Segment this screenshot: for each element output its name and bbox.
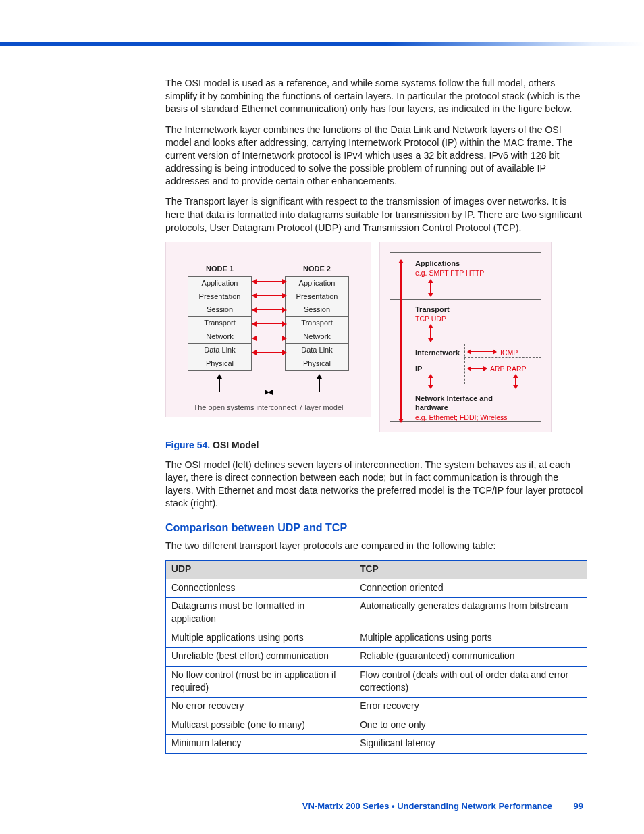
table-row: No error recoveryError recovery [166,698,587,716]
cell-tcp: Significant latency [354,735,587,754]
cell-tcp: Automatically generates datagrams from b… [354,598,587,629]
paragraph: The OSI model is used as a reference, an… [165,77,587,116]
osi-layer: Data Link [285,343,349,357]
divider [390,344,541,344]
cell-tcp: Flow control (deals with out of order da… [354,666,587,697]
divider [390,299,541,300]
osi-layer: Session [188,303,252,317]
peer-arrow-icon [252,309,286,311]
span-arrow-icon [400,260,402,422]
page-number: 99 [574,801,583,811]
body-content: The OSI model is used as a reference, an… [165,77,587,754]
peer-arrow-icon [252,338,286,339]
tcp-arp-label: ARP RARP [490,364,527,373]
table-row: Minimum latencySignificant latency [166,735,587,754]
cell-tcp: Error recovery [354,698,587,716]
peer-arrow-icon [252,281,286,282]
flow-arrow-icon [219,375,220,392]
flow-arrow-icon [319,375,320,392]
osi-layer: Transport [188,316,252,330]
node2-header: NODE 2 [285,264,349,274]
th-udp: UDP [166,561,354,579]
cell-udp: Multicast possible (one to many) [166,716,354,735]
peer-arrow-icon [252,295,286,296]
arrow-down-icon [430,280,431,296]
osi-layer: Session [285,303,349,317]
table-row: Datagrams must be formatted in applicati… [166,598,587,629]
osi-figure: NODE 1 Application Presentation Session … [165,242,371,417]
flow-arrow-icon [269,392,319,393]
divider [390,390,541,390]
table-header-row: UDP TCP [166,561,587,579]
table-row: Unreliable (best effort) communicationRe… [166,648,587,667]
osi-layer: Data Link [188,343,252,357]
cell-tcp: One to one only [354,716,587,735]
osi-layer: Physical [188,357,252,371]
peer-arrow-icon [252,323,286,325]
tcp-transport-eg: TCP UDP [415,314,446,323]
osi-layer: Physical [285,357,349,371]
cell-tcp: Connection oriented [354,579,587,598]
osi-caption: The open systems interconnect 7 layer mo… [166,402,371,413]
tcp-app-eg: e.g. SMPT FTP HTTP [415,268,484,278]
osi-layer: Network [285,330,349,344]
cell-udp: No error recovery [166,698,354,716]
table-row: No flow control (must be in application … [166,666,587,697]
cell-tcp: Reliable (guaranteed) communication [354,648,587,667]
tcp-netif-label: Network Interface and hardware [415,394,503,411]
osi-layer: Application [188,276,252,290]
osi-node1-column: NODE 1 Application Presentation Session … [188,264,252,370]
osi-node2-column: NODE 2 Application Presentation Session … [285,264,349,370]
figure-row: NODE 1 Application Presentation Session … [165,242,587,432]
cell-udp: Multiple applications using ports [166,629,354,648]
peer-arrow-icon [252,352,286,353]
node1-header: NODE 1 [188,264,252,274]
table-row: ConnectionlessConnection oriented [166,579,587,598]
figure-number: Figure 54. [165,440,210,450]
arrow-down-icon [515,375,516,388]
arrow-down-icon [430,325,431,342]
section-heading: Comparison between UDP and TCP [165,521,587,536]
paragraph: The Transport layer is significant with … [165,195,587,234]
arrow-down-icon [430,375,431,388]
tcp-netif-eg: e.g. Ethernet; FDDI; Wireless [415,413,508,422]
footer-text: VN-Matrix 200 Series • Understanding Net… [302,801,552,811]
arrow-right-icon [468,351,496,353]
paragraph: The Internetwork layer combines the func… [165,124,587,188]
tcp-transport-label: Transport [415,305,450,315]
tcp-ip-label: IP [415,364,422,374]
table-row: Multiple applications using portsMultipl… [166,629,587,648]
page: The OSI model is used as a reference, an… [0,0,644,834]
osi-layer: Transport [285,316,349,330]
tcp-icmp-label: ICMP [500,348,518,357]
arrow-right-icon [468,368,487,369]
tcpip-figure: Applications e.g. SMPT FTP HTTP Transpor… [379,242,552,432]
paragraph: The OSI model (left) defines seven layer… [165,459,587,511]
osi-layer: Presentation [188,290,252,304]
cell-udp: Minimum latency [166,735,354,754]
cell-tcp: Multiple applications using ports [354,629,587,648]
osi-layer: Application [285,276,349,290]
cell-udp: Connectionless [166,579,354,598]
figure-title: OSI Model [213,440,259,450]
osi-layer: Presentation [285,290,349,304]
flow-arrow-icon [219,392,269,393]
tcp-inet-label: Internetwork [415,348,460,358]
paragraph: The two different transport layer protoc… [165,540,587,552]
table-row: Multicast possible (one to many)One to o… [166,716,587,735]
dashed-divider [464,344,465,384]
th-tcp: TCP [354,561,587,579]
cell-udp: Datagrams must be formatted in applicati… [166,598,354,629]
osi-layer: Network [188,330,252,344]
header-rule [0,42,644,46]
page-footer: VN-Matrix 200 Series • Understanding Net… [0,801,583,811]
cell-udp: No flow control (must be in application … [166,666,354,697]
comparison-table: UDP TCP ConnectionlessConnection oriente… [165,560,587,754]
figure-caption: Figure 54. OSI Model [165,439,587,452]
cell-udp: Unreliable (best effort) communication [166,648,354,667]
tcp-app-label: Applications [415,259,460,269]
